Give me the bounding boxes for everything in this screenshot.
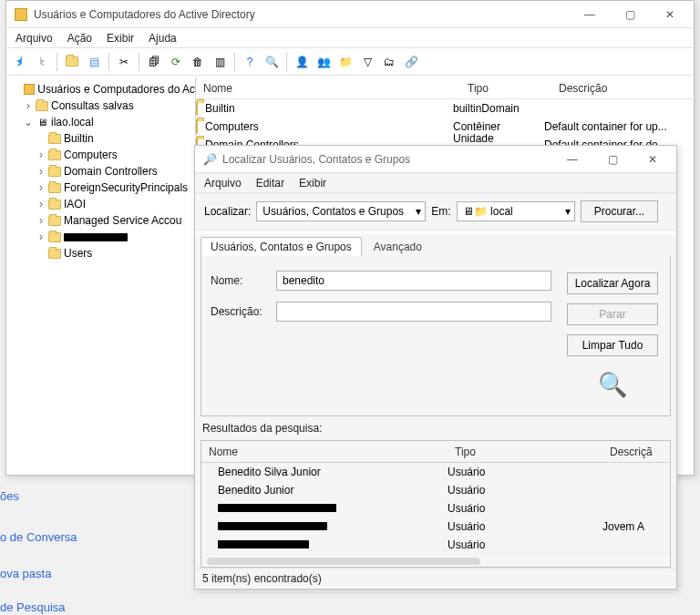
help-icon[interactable]: ? xyxy=(240,52,260,72)
folder-icon xyxy=(47,180,62,195)
folder-icon xyxy=(47,197,62,211)
tree-root[interactable]: Usuários e Computadores do Ac xyxy=(7,81,195,97)
bg-text: o de Conversa xyxy=(0,530,77,544)
status-bar: 5 item(ns) encontrado(s) xyxy=(195,568,676,588)
tree-domain[interactable]: ⌄🖥ilao.local xyxy=(7,114,195,130)
tree-item[interactable]: ›Managed Service Accou xyxy=(7,212,195,229)
more-icon[interactable]: 🗂 xyxy=(379,52,399,72)
window-title: Usuários e Computadores do Active Direct… xyxy=(34,8,570,21)
find-titlebar[interactable]: 🔎 Localizar Usuários, Contatos e Grupos … xyxy=(195,146,676,173)
bg-text: ova pasta xyxy=(0,567,51,580)
list-row[interactable]: ComputersContêinerDefault container for … xyxy=(196,118,693,136)
folder-icon xyxy=(47,230,62,244)
view-icon[interactable]: ▤ xyxy=(84,52,104,72)
find-now-button[interactable]: Localizar Agora xyxy=(567,272,658,294)
maximize-button[interactable]: ▢ xyxy=(592,147,633,172)
forward-icon[interactable]: ⯩ xyxy=(32,52,52,72)
menu-exibir[interactable]: Exibir xyxy=(299,177,326,190)
tree-item[interactable]: Builtin xyxy=(7,130,195,147)
tab-body: Nome: Descrição: Localizar Agora Parar L… xyxy=(201,256,671,416)
filter-icon[interactable]: ▽ xyxy=(357,52,377,72)
result-row[interactable]: Usuário xyxy=(201,499,670,518)
tabs: Usuários, Contatos e Grupos Avançado xyxy=(195,234,676,256)
nome-label: Nome: xyxy=(211,274,276,287)
stop-button[interactable]: Parar xyxy=(567,303,658,325)
aduc-icon xyxy=(23,82,36,97)
menu-acao[interactable]: Ação xyxy=(67,32,92,45)
refresh-icon[interactable]: ⟳ xyxy=(166,52,186,72)
close-button[interactable]: ✕ xyxy=(633,147,673,172)
col-type[interactable]: Tipo xyxy=(448,446,602,458)
menu-editar[interactable]: Editar xyxy=(256,177,284,190)
tree-item[interactable]: ›IAOI xyxy=(7,196,195,212)
tree-saved-queries[interactable]: ›Consultas salvas xyxy=(7,97,195,114)
col-desc[interactable]: Descrição xyxy=(551,82,693,95)
result-row[interactable]: Benedito Silva JuniorUsuário xyxy=(201,463,670,481)
chevron-down-icon: ▾ xyxy=(565,205,571,218)
search-art-icon: 🔍 xyxy=(598,371,627,399)
titlebar[interactable]: Usuários e Computadores do Active Direct… xyxy=(6,1,694,28)
aduc-icon xyxy=(14,7,28,22)
find-dialog: 🔎 Localizar Usuários, Contatos e Grupos … xyxy=(194,145,677,589)
user-icon[interactable]: 👤 xyxy=(292,52,312,72)
localizar-combo[interactable]: Usuários, Contatos e Grupos▾ xyxy=(256,201,426,221)
minimize-button[interactable]: ― xyxy=(570,2,610,27)
menu-ajuda[interactable]: Ajuda xyxy=(149,32,177,45)
folder-icon xyxy=(47,246,62,261)
delete-icon[interactable]: 🗑 xyxy=(188,52,208,72)
maximize-button[interactable]: ▢ xyxy=(610,2,650,27)
result-row[interactable]: Benedito JuniorUsuário xyxy=(201,481,670,499)
nome-input[interactable] xyxy=(276,271,551,291)
close-button[interactable]: ✕ xyxy=(650,2,690,27)
tree-item[interactable]: ›Domain Controllers xyxy=(7,163,195,179)
menu-arquivo[interactable]: Arquivo xyxy=(15,32,53,45)
find-icon: 🔎 xyxy=(202,152,217,167)
ou-icon[interactable]: 📁 xyxy=(335,52,355,72)
scrollbar-horizontal[interactable] xyxy=(207,558,480,565)
bg-text: ões xyxy=(0,489,19,503)
menu-arquivo[interactable]: Arquivo xyxy=(204,177,242,190)
result-row[interactable]: Usuário xyxy=(201,536,670,554)
menu-exibir[interactable]: Exibir xyxy=(107,32,134,45)
folder-icon xyxy=(196,120,198,133)
folder-icon xyxy=(47,164,62,179)
props-icon[interactable]: ▥ xyxy=(210,52,230,72)
procurar-button[interactable]: Procurar... xyxy=(581,200,658,222)
tree-item[interactable]: ›Computers xyxy=(7,147,195,163)
up-icon[interactable] xyxy=(62,52,82,72)
folder-icon xyxy=(47,213,62,228)
folder-icon xyxy=(35,98,49,113)
minimize-button[interactable]: ― xyxy=(552,147,592,172)
col-name[interactable]: Nome xyxy=(196,82,460,95)
localizar-label: Localizar: xyxy=(204,205,251,218)
folder-icon xyxy=(47,131,62,146)
chevron-down-icon: ▾ xyxy=(416,205,421,218)
tree-pane[interactable]: Usuários e Computadores do Ac ›Consultas… xyxy=(7,77,196,474)
tree-item[interactable]: › xyxy=(7,229,195,245)
col-type[interactable]: Tipo xyxy=(460,82,551,95)
results-list[interactable]: Nome Tipo Descriçã Benedito Silva Junior… xyxy=(201,440,671,568)
find-title: Localizar Usuários, Contatos e Grupos xyxy=(222,153,552,166)
copy-icon[interactable]: 🗐 xyxy=(144,52,164,72)
tree-item[interactable]: ›ForeignSecurityPrincipals xyxy=(7,179,195,196)
result-row[interactable]: UsuárioJovem A xyxy=(201,518,670,536)
tab-main[interactable]: Usuários, Contatos e Grupos xyxy=(201,237,362,256)
em-label: Em: xyxy=(431,205,450,218)
col-desc[interactable]: Descriçã xyxy=(602,446,670,458)
group-icon[interactable]: 👥 xyxy=(314,52,334,72)
list-header[interactable]: Nome Tipo Descrição xyxy=(196,77,693,99)
find-menubar: Arquivo Editar Exibir xyxy=(195,173,676,193)
cut-icon[interactable]: ✂ xyxy=(114,52,134,72)
find-icon[interactable]: 🔍 xyxy=(262,52,282,72)
descricao-label: Descrição: xyxy=(211,305,276,318)
back-icon[interactable]: ⯨ xyxy=(10,52,30,72)
list-row[interactable]: BuiltinbuiltinDomain xyxy=(196,99,693,118)
folder-icon xyxy=(47,148,62,162)
query-icon[interactable]: 🔗 xyxy=(401,52,421,72)
tab-advanced[interactable]: Avançado xyxy=(364,237,432,256)
clear-all-button[interactable]: Limpar Tudo xyxy=(567,334,658,356)
descricao-input[interactable] xyxy=(276,302,551,322)
col-name[interactable]: Nome xyxy=(201,446,448,458)
em-combo[interactable]: 🖥📁 local▾ xyxy=(457,201,575,221)
tree-item[interactable]: Users xyxy=(7,245,195,261)
